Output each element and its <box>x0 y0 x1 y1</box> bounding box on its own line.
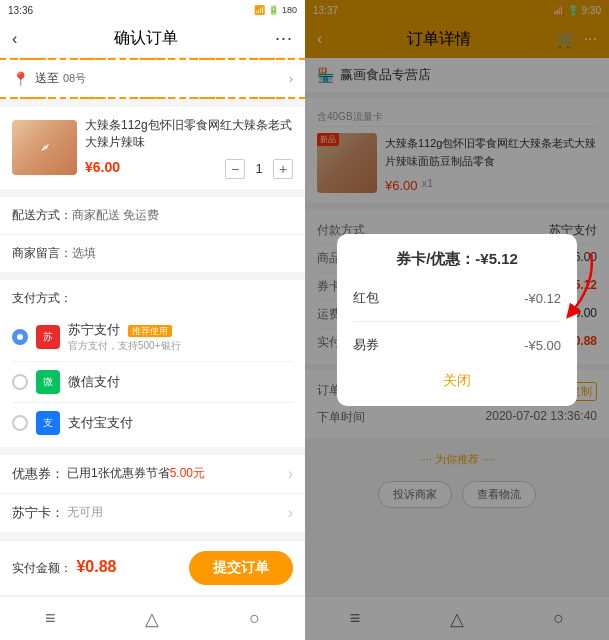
delivery-label: 配送方式： <box>12 207 72 224</box>
suning-card-value: 无可用 <box>67 504 288 521</box>
left-header: ‹ 确认订单 ··· <box>0 20 305 58</box>
menu-nav-icon[interactable]: ≡ <box>45 608 56 629</box>
back-button[interactable]: ‹ <box>12 30 17 48</box>
delivery-row: 配送方式： 商家配送 免运费 <box>0 197 305 235</box>
left-content: 📍 送至 08号 › 🌶 大辣条112g包怀旧零食网红大辣条老式大辣片辣味 ¥6… <box>0 58 305 596</box>
total-amount: ¥0.88 <box>76 558 116 575</box>
modal-row-hongbao: 红包 -¥0.12 <box>353 283 561 313</box>
suning-card-arrow: › <box>288 504 293 522</box>
modal-title: 券卡/优惠：-¥5.12 <box>353 250 561 269</box>
suning-pay-name: 苏宁支付 <box>68 322 120 337</box>
product-info: 大辣条112g包怀旧零食网红大辣条老式大辣片辣味 ¥6.00 − 1 + <box>85 117 293 179</box>
suning-pay-option[interactable]: 苏 苏宁支付 推荐使用 官方支付，支持500+银行 <box>0 313 305 361</box>
suning-card-row[interactable]: 苏宁卡： 无可用 › <box>0 494 305 532</box>
remark-label: 商家留言： <box>12 245 72 262</box>
modal-overlay[interactable]: 券卡/优惠：-¥5.12 红包 -¥0.12 易券 -¥5.00 关闭 <box>305 0 609 640</box>
decrease-qty-button[interactable]: − <box>225 159 245 179</box>
product-name: 大辣条112g包怀旧零食网红大辣条老式大辣片辣味 <box>85 117 293 151</box>
payment-section: 支付方式： 苏 苏宁支付 推荐使用 官方支付，支持500+银行 微 微信支付 <box>0 280 305 447</box>
suning-card-label: 苏宁卡： <box>12 504 67 522</box>
product-section: 🌶 大辣条112g包怀旧零食网红大辣条老式大辣片辣味 ¥6.00 − 1 + <box>0 107 305 189</box>
left-panel: 13:36 📶 🔋 180 ‹ 确认订单 ··· 📍 送至 08号 › 🌶 <box>0 0 305 640</box>
alipay-icon: 支 <box>36 411 60 435</box>
remark-placeholder: 选填 <box>72 245 293 262</box>
coupon-row[interactable]: 优惠券： 已用1张优惠券节省5.00元 › <box>0 455 305 494</box>
delivery-value: 商家配送 免运费 <box>72 207 293 224</box>
modal-close-button[interactable]: 关闭 <box>353 372 561 390</box>
total-label: 实付金额： <box>12 561 72 575</box>
suning-radio[interactable] <box>12 329 28 345</box>
alipay-radio[interactable] <box>12 415 28 431</box>
delivery-section: 配送方式： 商家配送 免运费 商家留言： 选填 <box>0 197 305 272</box>
remark-row[interactable]: 商家留言： 选填 <box>0 235 305 272</box>
coupon-card-section: 优惠券： 已用1张优惠券节省5.00元 › 苏宁卡： 无可用 › <box>0 455 305 532</box>
wechat-icon: 微 <box>36 370 60 394</box>
address-section[interactable]: 📍 送至 08号 › <box>0 58 305 99</box>
right-panel: 13:37 📶 🔋 9:30 ‹ 订单详情 🛒 ··· 🏪 赢画食品专营店 含4… <box>305 0 609 640</box>
alipay-option[interactable]: 支 支付宝支付 <box>0 403 305 443</box>
left-bottom-nav: ≡ △ ○ <box>0 596 305 640</box>
product-price: ¥6.00 <box>85 159 120 175</box>
wechat-pay-option[interactable]: 微 微信支付 <box>0 362 305 402</box>
modal-divider <box>353 321 561 322</box>
more-button[interactable]: ··· <box>275 28 293 49</box>
hongbao-value: -¥0.12 <box>524 291 561 306</box>
hongbao-label: 红包 <box>353 289 379 307</box>
address-text: 08号 <box>63 71 289 86</box>
modal-row-yiquan: 易券 -¥5.00 <box>353 330 561 360</box>
order-footer: 实付金额： ¥0.88 提交订单 <box>0 540 305 595</box>
coupon-label: 优惠券： <box>12 465 67 483</box>
quantity-value: 1 <box>251 161 267 176</box>
suning-icon: 苏 <box>36 325 60 349</box>
address-arrow: › <box>289 72 293 86</box>
home-nav-icon[interactable]: △ <box>145 608 159 630</box>
location-icon: 📍 <box>12 71 29 87</box>
back-nav-icon[interactable]: ○ <box>249 608 260 629</box>
address-label: 送至 <box>35 70 59 87</box>
suning-pay-sub: 官方支付，支持500+银行 <box>68 339 293 353</box>
left-time: 13:36 <box>8 5 33 16</box>
payment-title: 支付方式： <box>0 284 305 313</box>
coupon-arrow: › <box>288 465 293 483</box>
product-image: 🌶 <box>12 120 77 175</box>
left-status-bar: 13:36 📶 🔋 180 <box>0 0 305 20</box>
increase-qty-button[interactable]: + <box>273 159 293 179</box>
quantity-control: − 1 + <box>225 159 293 179</box>
page-title: 确认订单 <box>114 28 178 49</box>
coupon-modal: 券卡/优惠：-¥5.12 红包 -¥0.12 易券 -¥5.00 关闭 <box>337 234 577 406</box>
yiquan-value: -¥5.00 <box>524 338 561 353</box>
left-status-icons: 📶 🔋 180 <box>254 5 297 15</box>
wechat-pay-name: 微信支付 <box>68 373 293 391</box>
recommend-tag: 推荐使用 <box>128 325 172 337</box>
wechat-radio[interactable] <box>12 374 28 390</box>
submit-order-button[interactable]: 提交订单 <box>189 551 293 585</box>
coupon-value: 已用1张优惠券节省5.00元 <box>67 465 288 482</box>
alipay-name: 支付宝支付 <box>68 414 293 432</box>
yiquan-label: 易券 <box>353 336 379 354</box>
